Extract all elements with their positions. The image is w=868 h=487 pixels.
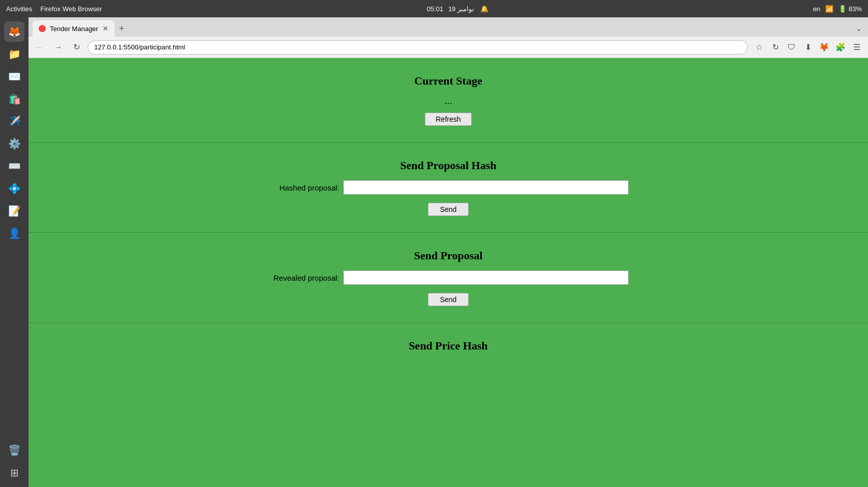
revealed-proposal-label: Revealed proposal:: [268, 274, 339, 282]
hashed-proposal-input[interactable]: [343, 180, 629, 195]
os-time: 05:01: [427, 5, 444, 13]
tab-bar: Tender Manager ✕ + ⌄: [29, 17, 868, 37]
sidebar-mail-icon[interactable]: ✉️: [4, 66, 24, 87]
reload-icon[interactable]: ↻: [768, 40, 782, 55]
toolbar-icons: ☆ ↻ 🛡 ⬇ 🦊 🧩 ☰: [752, 40, 864, 55]
sidebar-settings-icon[interactable]: ⚙️: [4, 133, 24, 154]
menu-icon[interactable]: ☰: [850, 40, 864, 55]
sidebar-firefox-icon[interactable]: 🦊: [4, 21, 24, 42]
notification-icon[interactable]: 🔔: [480, 5, 489, 13]
send-price-hash-title: Send Price Hash: [409, 339, 487, 353]
network-icon: 📶: [825, 5, 833, 13]
send-proposal-section: Send Proposal Revealed proposal: Send: [29, 233, 868, 323]
tab-close-button[interactable]: ✕: [102, 24, 108, 33]
address-bar: ← → ↻ ☆ ↻ 🛡 ⬇ 🦊 🧩 ☰: [29, 37, 868, 58]
tab-tender-manager[interactable]: Tender Manager ✕: [33, 20, 115, 37]
os-topbar-left: Activities Firefox Web Browser: [6, 5, 102, 13]
shield-icon[interactable]: 🛡: [784, 40, 799, 55]
activities-label[interactable]: Activities: [6, 5, 32, 13]
tabs-menu-icon[interactable]: ⌄: [854, 22, 864, 35]
send-proposal-hash-section: Send Proposal Hash Hashed proposal: Send: [29, 143, 868, 233]
lang-label: en: [813, 5, 820, 13]
download-icon[interactable]: ⬇: [801, 40, 815, 55]
sidebar-grid-icon[interactable]: ⊞: [4, 463, 24, 483]
send-price-hash-section: Send Price Hash: [29, 323, 868, 377]
os-date: 19 نوامبر: [448, 5, 474, 13]
os-sidebar: 🦊 📁 ✉️ 🛍️ ✈️ ⚙️ ⌨️ 💠 📝 👤 🗑️ ⊞: [0, 17, 29, 487]
sidebar-appstore-icon[interactable]: 🛍️: [4, 89, 24, 109]
battery-icon: 🔋 83%: [838, 5, 862, 13]
current-stage-status: ...: [444, 96, 452, 106]
os-topbar: Activities Firefox Web Browser 05:01 19 …: [0, 0, 868, 17]
hashed-proposal-row: Hashed proposal:: [268, 180, 629, 195]
sidebar-vscode-icon[interactable]: 💠: [4, 178, 24, 199]
sidebar-user-icon[interactable]: 👤: [4, 223, 24, 244]
address-input[interactable]: [88, 40, 748, 55]
new-tab-button[interactable]: +: [115, 21, 129, 36]
page-content: Current Stage ... Refresh Send Proposal …: [29, 58, 868, 487]
sidebar-files-icon[interactable]: 📁: [4, 44, 24, 64]
sidebar-trash-icon[interactable]: 🗑️: [4, 440, 24, 461]
tab-title: Tender Manager: [50, 25, 98, 33]
hashed-proposal-label: Hashed proposal:: [268, 183, 339, 192]
os-topbar-right: en 📶 🔋 83%: [813, 5, 862, 13]
current-stage-section: Current Stage ... Refresh: [29, 58, 868, 143]
revealed-proposal-input[interactable]: [343, 270, 629, 285]
send-proposal-button[interactable]: Send: [428, 293, 469, 306]
tab-favicon: [39, 25, 46, 32]
refresh-button[interactable]: Refresh: [425, 113, 471, 126]
send-proposal-hash-title: Send Proposal Hash: [400, 159, 496, 172]
reload-button[interactable]: ↻: [69, 40, 84, 55]
revealed-proposal-row: Revealed proposal:: [268, 270, 629, 285]
sidebar-gedit-icon[interactable]: 📝: [4, 201, 24, 221]
send-proposal-title: Send Proposal: [414, 249, 483, 262]
current-stage-title: Current Stage: [414, 74, 482, 88]
sidebar-terminal-icon[interactable]: ⌨️: [4, 156, 24, 176]
back-button[interactable]: ←: [33, 40, 47, 55]
bookmark-icon[interactable]: ☆: [752, 40, 766, 55]
extensions-icon[interactable]: 🧩: [833, 40, 848, 55]
os-topbar-center: 05:01 19 نوامبر 🔔: [427, 5, 489, 13]
forward-button[interactable]: →: [51, 40, 65, 55]
sidebar-telegram-icon[interactable]: ✈️: [4, 111, 24, 131]
firefox-account-icon[interactable]: 🦊: [817, 40, 831, 55]
send-hash-button[interactable]: Send: [428, 203, 469, 216]
browser-app-label: Firefox Web Browser: [40, 5, 102, 13]
